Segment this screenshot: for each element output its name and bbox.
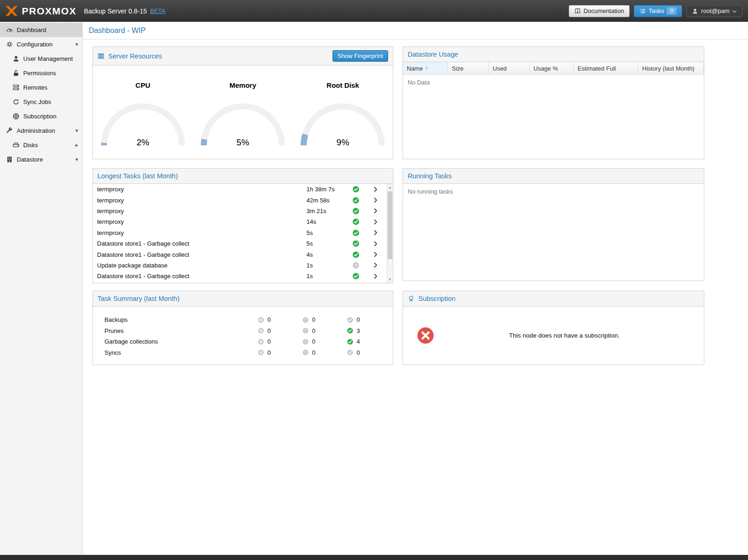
- panel-title: Subscription: [418, 295, 455, 302]
- no-data-text: No Data: [403, 75, 704, 90]
- ok-count-icon: [347, 339, 353, 345]
- task-duration: 5s: [306, 240, 352, 247]
- longest-tasks-header: Longest Tasks (last Month): [93, 169, 393, 184]
- datastore-usage-panel: Datastore Usage Name↑SizeUsedUsage %Esti…: [403, 46, 704, 159]
- column-header-history-last-month[interactable]: History (last Month): [638, 62, 704, 74]
- status-ok-icon: [352, 251, 370, 258]
- panel-title: Running Tasks: [408, 172, 452, 180]
- column-header-name[interactable]: Name↑: [403, 62, 448, 74]
- sidebar-item-remotes[interactable]: Remotes: [0, 80, 82, 95]
- task-row[interactable]: termproxy 3m 21s: [93, 206, 387, 216]
- status-ok-icon: [352, 197, 370, 204]
- unlock-icon: [13, 70, 20, 77]
- sidebar-item-disks[interactable]: Disks ▸: [0, 138, 82, 152]
- gauge-arc: 2%: [99, 101, 187, 148]
- warning-count-icon: [302, 339, 309, 345]
- longest-tasks-body: termproxy 1h 38m 7s termproxy 42m 58s te…: [93, 184, 393, 283]
- tasks-button[interactable]: Tasks 0: [634, 5, 682, 17]
- page-title: Dashboard - WIP: [89, 26, 146, 35]
- brand-text: PROXMOX: [22, 6, 77, 17]
- chevron-right-icon[interactable]: [370, 197, 387, 203]
- ok-count-icon: [347, 327, 353, 334]
- sidebar-item-datastore[interactable]: Datastore ▾: [0, 152, 82, 167]
- chevron-right-icon[interactable]: [370, 251, 387, 258]
- expand-caret-icon: ▸: [75, 143, 78, 148]
- sidebar-item-label: Disks: [23, 142, 38, 149]
- task-row[interactable]: termproxy 5s: [93, 228, 387, 238]
- main-content: Dashboard - WIP Server Resources Show Fi…: [83, 22, 748, 555]
- sidebar-item-sync-jobs[interactable]: Sync Jobs: [0, 95, 82, 109]
- documentation-label: Documentation: [584, 7, 624, 14]
- gauges: CPU 2% Memory 5% Root Disk 9%: [93, 65, 393, 148]
- task-row[interactable]: termproxy 14s: [93, 216, 387, 227]
- warning-count: 0: [312, 327, 315, 334]
- sidebar-item-configuration[interactable]: Configuration ▾: [0, 37, 82, 52]
- gauge-label: CPU: [136, 81, 150, 89]
- status-ok-icon: [352, 273, 370, 280]
- error-count: 0: [267, 349, 271, 356]
- column-header-size[interactable]: Size: [448, 62, 489, 74]
- column-header-used[interactable]: Used: [489, 62, 530, 74]
- task-name: termproxy: [97, 197, 306, 204]
- error-count-icon: [258, 339, 264, 345]
- error-count: 0: [267, 338, 271, 345]
- task-summary-row-prunes: Prunes 0 0 3: [93, 326, 393, 337]
- sidebar-item-subscription[interactable]: Subscription: [0, 109, 82, 124]
- sidebar-item-label: Configuration: [17, 41, 52, 48]
- sidebar-item-label: User Management: [23, 55, 73, 62]
- chevron-right-icon[interactable]: [370, 241, 387, 247]
- beta-link[interactable]: BETA: [150, 7, 165, 14]
- tachometer-icon: [6, 26, 13, 33]
- life-ring-icon: [13, 113, 20, 120]
- certificate-icon: [408, 295, 415, 302]
- user-menu-button[interactable]: root@pam: [686, 5, 742, 17]
- task-row[interactable]: Datastore store1 - Garbage collect 5s: [93, 238, 387, 249]
- task-row[interactable]: termproxy 1h 38m 7s: [93, 184, 387, 195]
- panel-title: Datastore Usage: [408, 51, 458, 58]
- gauge-value: 2%: [99, 137, 187, 148]
- ok-count: 4: [357, 338, 360, 345]
- version-text: Backup Server 0.8-15: [84, 7, 147, 15]
- book-icon: [574, 8, 581, 14]
- scroll-down-icon[interactable]: ▼: [387, 276, 393, 282]
- error-count-icon: [258, 317, 264, 323]
- scroll-up-icon[interactable]: ▲: [387, 184, 393, 190]
- sidebar-item-dashboard[interactable]: Dashboard: [0, 23, 82, 37]
- chevron-right-icon[interactable]: [370, 208, 387, 214]
- chevron-right-icon[interactable]: [370, 229, 387, 236]
- sort-asc-icon: ↑: [425, 65, 428, 72]
- expand-caret-icon: ▾: [75, 157, 78, 162]
- column-header-usage[interactable]: Usage %: [530, 62, 574, 74]
- error-count-icon: [258, 349, 264, 356]
- ok-count: 0: [357, 349, 360, 356]
- scrollbar[interactable]: ▲ ▼: [387, 184, 393, 283]
- sidebar-item-label: Subscription: [23, 113, 57, 120]
- sidebar-item-permissions[interactable]: Permissions: [0, 66, 82, 80]
- scrollbar-thumb[interactable]: [388, 191, 392, 259]
- task-duration: 1s: [306, 273, 352, 280]
- sidebar-item-user-management[interactable]: User Management: [0, 52, 82, 66]
- sidebar-item-administration[interactable]: Administration ▾: [0, 124, 82, 138]
- subscription-body: This node does not have a subscription.: [403, 306, 704, 365]
- sidebar-item-label: Dashboard: [17, 26, 46, 33]
- chevron-right-icon[interactable]: [370, 186, 387, 193]
- show-fingerprint-button[interactable]: Show Fingerprint: [332, 50, 388, 62]
- task-row[interactable]: Update package database 1s ?: [93, 260, 387, 271]
- longest-tasks-list: termproxy 1h 38m 7s termproxy 42m 58s te…: [93, 184, 387, 282]
- user-label: root@pam: [701, 7, 729, 14]
- chevron-right-icon[interactable]: [370, 273, 387, 280]
- task-row[interactable]: Datastore store1 - Garbage collect 1s: [93, 271, 387, 281]
- column-header-estimated-full[interactable]: Estimated Full: [574, 62, 638, 74]
- task-row[interactable]: Datastore store1 - Garbage collect 4s: [93, 249, 387, 260]
- top-header: PROXMOX Backup Server 0.8-15 BETA Docume…: [0, 0, 748, 22]
- chevron-right-icon[interactable]: [370, 219, 387, 225]
- running-tasks-header: Running Tasks: [403, 169, 704, 184]
- svg-text:?: ?: [355, 263, 357, 268]
- chevron-right-icon[interactable]: [370, 262, 387, 268]
- documentation-button[interactable]: Documentation: [569, 5, 630, 17]
- task-duration: 14s: [306, 218, 352, 225]
- task-name: Datastore store1 - Garbage collect: [97, 240, 306, 247]
- hdd-icon: [13, 142, 20, 149]
- task-row[interactable]: termproxy 42m 58s: [93, 195, 387, 205]
- task-summary-panel: Task Summary (last Month) Backups 0 0 0 …: [92, 291, 393, 365]
